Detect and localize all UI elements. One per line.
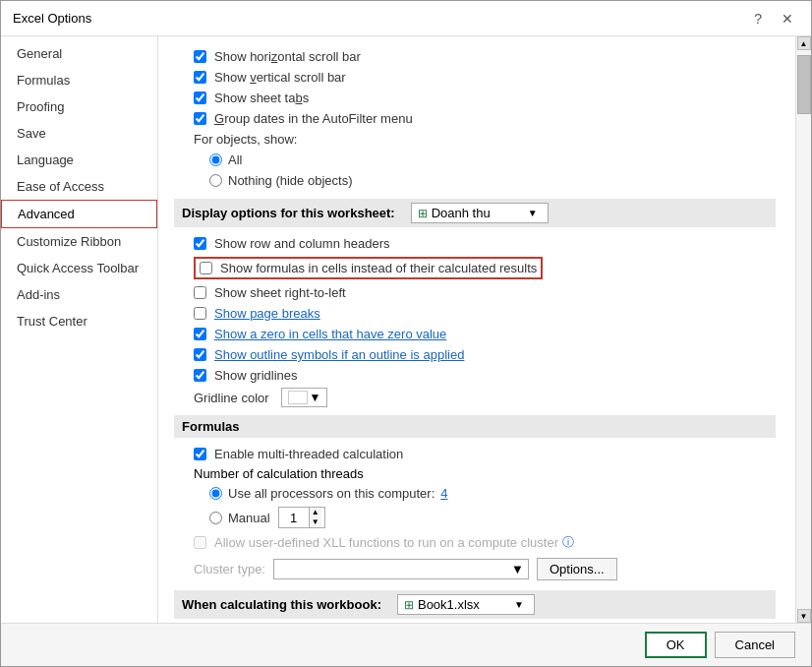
display-options-header-row: Display options for this worksheet: ⊞ Do… [174,199,776,227]
title-bar-controls: ? ✕ [748,9,799,29]
dropdown-arrow-icon: ▼ [528,208,538,218]
sidebar-item-add-ins[interactable]: Add-ins [1,281,157,308]
label-use-all-processors: Use all processors on this computer: [228,486,435,501]
checkbox-show-sheet-rtl[interactable] [194,286,206,299]
sidebar-item-language[interactable]: Language [1,147,157,173]
option-allow-xll: Allow user-defined XLL functions to run … [174,533,776,552]
manual-spinner: ▲ ▼ [278,507,325,528]
label-nothing: Nothing (hide objects) [228,173,352,188]
scroll-up-button[interactable]: ▲ [797,36,811,50]
checkbox-show-horizontal-scroll[interactable] [194,50,206,63]
sidebar-item-save[interactable]: Save [1,120,157,147]
option-show-horizontal-scroll: Show horizontal scroll bar [174,48,776,65]
worksheet-dropdown[interactable]: ⊞ Doanh thu ▼ [411,203,549,223]
options-button[interactable]: Options... [537,558,617,580]
option-show-zero: Show a zero in cells that have zero valu… [174,326,776,342]
dialog-title: Excel Options [13,11,91,26]
label-show-sheet-rtl: Show sheet right-to-left [214,285,346,300]
label-show-row-col-headers: Show row and column headers [214,236,390,251]
label-show-zero: Show a zero in cells that have zero valu… [214,327,446,341]
dropdown-arrow-color: ▼ [310,391,321,404]
workbook-sheet-icon: ⊞ [404,598,414,612]
cluster-type-dropdown[interactable]: ▼ [273,559,529,579]
checkbox-show-outline[interactable] [194,348,206,361]
sidebar-item-formulas[interactable]: Formulas [1,67,157,93]
label-all: All [228,152,242,167]
label-show-sheet-tabs: Show sheet tabs [214,91,309,105]
label-manual: Manual [228,511,270,525]
scrollbar-track [797,50,811,609]
radio-use-all-processors[interactable] [209,487,222,500]
option-show-outline: Show outline symbols if an outline is ap… [174,346,776,363]
option-enable-multithreaded: Enable multi-threaded calculation [174,446,776,462]
worksheet-name: Doanh thu [432,206,491,220]
option-show-sheet-tabs: Show sheet tabs [174,90,776,106]
highlighted-option-show-formulas: Show formulas in cells instead of their … [194,257,543,279]
radio-manual[interactable] [209,512,222,524]
formulas-section-header: Formulas [174,415,776,438]
scrollbar-thumb[interactable] [797,55,811,114]
sidebar-item-trust-center[interactable]: Trust Center [1,308,157,334]
excel-options-dialog: Excel Options ? ✕ GeneralFormulasProofin… [0,0,812,667]
workbook-name: Book1.xlsx [418,597,480,612]
sidebar-item-ease-of-access[interactable]: Ease of Access [1,173,157,200]
close-button[interactable]: ✕ [776,9,799,29]
option-all: All [174,152,776,168]
option-show-formulas: Show formulas in cells instead of their … [174,256,776,280]
checkbox-show-sheet-tabs[interactable] [194,91,206,104]
option-show-row-col-headers: Show row and column headers [174,235,776,252]
sidebar-item-general[interactable]: General [1,40,157,67]
checkbox-show-formulas[interactable] [200,262,212,274]
sidebar-item-quick-access-toolbar[interactable]: Quick Access Toolbar [1,255,157,281]
info-icon: ⓘ [562,534,574,551]
when-calc-header: When calculating this workbook: ⊞ Book1.… [174,590,776,619]
sidebar-item-customize-ribbon[interactable]: Customize Ribbon [1,228,157,255]
label-show-gridlines: Show gridlines [214,368,298,383]
option-show-sheet-rtl: Show sheet right-to-left [174,284,776,301]
checkbox-show-gridlines[interactable] [194,369,206,382]
checkbox-show-page-breaks[interactable] [194,307,206,320]
spinner-down-icon[interactable]: ▼ [310,517,321,527]
for-objects-show-label-row: For objects, show: [174,131,776,148]
checkbox-show-zero[interactable] [194,328,206,340]
checkbox-show-row-col-headers[interactable] [194,237,206,250]
label-show-outline: Show outline symbols if an outline is ap… [214,347,464,362]
checkbox-show-vertical-scroll[interactable] [194,71,206,84]
processor-count: 4 [440,486,447,501]
gridline-color-button[interactable]: ▼ [281,388,328,407]
ok-button[interactable]: OK [645,632,707,658]
help-button[interactable]: ? [748,9,768,29]
label-show-page-breaks: Show page breaks [214,306,320,321]
cluster-type-row: Cluster type: ▼ Options... [174,558,776,580]
label-enable-multithreaded: Enable multi-threaded calculation [214,447,403,461]
workbook-dropdown[interactable]: ⊞ Book1.xlsx ▼ [397,594,535,615]
option-nothing: Nothing (hide objects) [174,172,776,189]
radio-nothing[interactable] [209,174,222,187]
checkbox-enable-multithreaded[interactable] [194,448,206,460]
spinner-arrows: ▲ ▼ [309,508,321,527]
manual-spinner-input[interactable] [279,511,309,525]
sheet-icon: ⊞ [418,207,428,220]
title-bar: Excel Options ? ✕ [1,1,811,36]
label-show-formulas: Show formulas in cells instead of their … [220,261,537,275]
workbook-dropdown-arrow-icon: ▼ [514,599,524,610]
scroll-down-button[interactable]: ▼ [797,609,811,623]
dialog-content: GeneralFormulasProofingSaveLanguageEase … [1,36,811,623]
when-calculating-section: When calculating this workbook: ⊞ Book1.… [174,590,776,619]
sidebar-item-advanced[interactable]: Advanced [1,200,157,228]
sidebar-item-proofing[interactable]: Proofing [1,93,157,120]
when-calc-label: When calculating this workbook: [182,597,381,612]
spinner-up-icon[interactable]: ▲ [310,508,321,517]
cluster-dropdown-arrow-icon: ▼ [511,562,524,576]
label-show-vertical-scroll: Show vertical scroll bar [214,70,346,85]
cancel-button[interactable]: Cancel [715,632,795,658]
sidebar: GeneralFormulasProofingSaveLanguageEase … [1,36,158,623]
option-show-page-breaks: Show page breaks [174,305,776,322]
checkbox-group-dates[interactable] [194,112,206,125]
option-use-all-processors: Use all processors on this computer: 4 [174,485,776,502]
label-show-horizontal-scroll: Show horizontal scroll bar [214,49,361,64]
for-objects-show-label: For objects, show: [194,132,298,147]
radio-all[interactable] [209,153,222,166]
vertical-scrollbar[interactable]: ▲ ▼ [795,36,811,623]
main-content: Show horizontal scroll bar Show vertical… [158,36,795,623]
